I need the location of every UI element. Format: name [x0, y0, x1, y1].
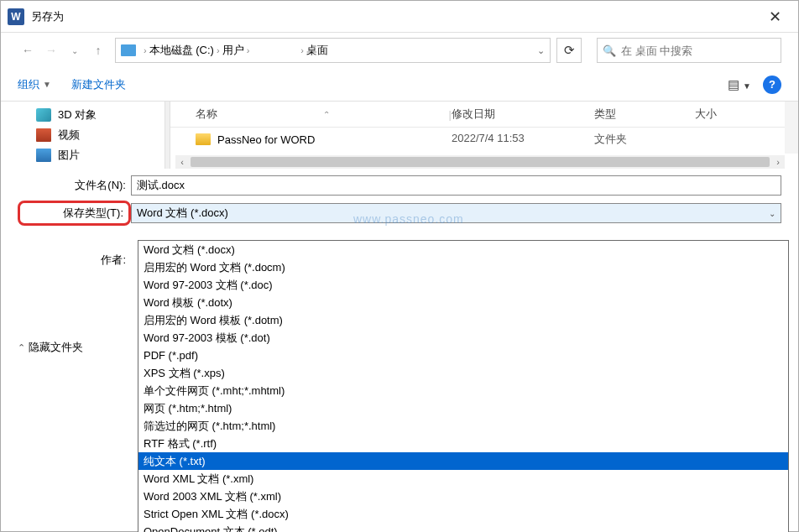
pictures-icon [36, 149, 51, 162]
savetype-option[interactable]: 单个文件网页 (*.mht;*.mhtml) [138, 382, 788, 399]
savetype-option[interactable]: 网页 (*.htm;*.html) [138, 399, 788, 417]
file-type: 文件夹 [594, 132, 695, 147]
sidebar-item-pictures[interactable]: 图片 [1, 145, 164, 165]
savetype-option[interactable]: Word 97-2003 文档 (*.doc) [138, 276, 788, 294]
savetype-option[interactable]: 筛选过的网页 (*.htm;*.html) [138, 417, 788, 435]
author-label: 作者: [18, 253, 131, 268]
savetype-option[interactable]: 启用宏的 Word 文档 (*.docm) [138, 258, 788, 276]
scroll-right-icon[interactable]: › [771, 157, 785, 167]
column-header-size[interactable]: 大小 [695, 107, 762, 122]
video-icon [36, 128, 51, 142]
savetype-option[interactable]: PDF (*.pdf) [138, 347, 788, 364]
back-button[interactable]: ← [18, 40, 38, 60]
view-options-button[interactable]: ▤ ▼ [728, 77, 751, 92]
refresh-button[interactable]: ⟳ [556, 38, 582, 63]
file-name: PassNeo for WORD [217, 133, 315, 146]
savetype-option[interactable]: RTF 格式 (*.rtf) [138, 435, 788, 452]
chevron-right-icon: › [300, 45, 304, 55]
table-row[interactable]: PassNeo for WORD 2022/7/4 11:53 文件夹 [170, 128, 798, 151]
savetype-value: Word 文档 (*.docx) [137, 206, 228, 221]
3d-objects-icon [36, 108, 51, 122]
search-icon: 🔍 [603, 44, 616, 57]
scroll-thumb[interactable] [191, 157, 770, 167]
scroll-left-icon[interactable]: ‹ [175, 157, 189, 167]
sidebar-item-label: 图片 [58, 148, 80, 163]
chevron-down-icon: ▼ [43, 80, 51, 89]
search-box[interactable]: 🔍 [597, 38, 781, 63]
breadcrumb[interactable]: › 本地磁盘 (C:) › 用户 › › 桌面 ⌄ [115, 38, 551, 63]
chevron-up-icon: ⌃ [18, 342, 25, 353]
savetype-option[interactable]: Word 2003 XML 文档 (*.xml) [138, 488, 788, 505]
savetype-select[interactable]: Word 文档 (*.docx) ⌄ [131, 203, 781, 223]
column-header-type[interactable]: 类型 [594, 107, 695, 122]
newfolder-button[interactable]: 新建文件夹 [71, 77, 126, 92]
newfolder-label: 新建文件夹 [71, 77, 126, 92]
breadcrumb-seg[interactable]: 用户 [222, 43, 244, 58]
savetype-option[interactable]: 启用宏的 Word 模板 (*.dotm) [138, 311, 788, 329]
sidebar: 3D 对象 视频 图片 [1, 102, 164, 169]
folder-icon [196, 133, 211, 145]
savetype-option[interactable]: OpenDocument 文本 (*.odt) [138, 523, 788, 532]
hide-folders-label: 隐藏文件夹 [29, 340, 83, 355]
organize-label: 组织 [18, 77, 39, 92]
sidebar-item-label: 3D 对象 [58, 107, 97, 123]
splitter[interactable] [164, 102, 170, 169]
file-date: 2022/7/4 11:53 [452, 132, 594, 147]
forward-button[interactable]: → [41, 40, 61, 60]
sidebar-item-label: 视频 [58, 128, 80, 143]
savetype-dropdown: Word 文档 (*.docx)启用宏的 Word 文档 (*.docm)Wor… [138, 240, 789, 532]
window-title: 另存为 [31, 9, 64, 24]
file-list: 名称 ⌃ | 修改日期 类型 大小 PassNeo for WORD 2022/… [170, 102, 798, 169]
filename-input[interactable] [131, 175, 781, 196]
horizontal-scrollbar[interactable]: ‹ › [175, 155, 785, 169]
search-input[interactable] [621, 44, 776, 57]
help-icon[interactable]: ? [763, 76, 781, 94]
column-header-date[interactable]: 修改日期 [452, 107, 594, 122]
sidebar-item-3dobjects[interactable]: 3D 对象 [1, 105, 164, 125]
savetype-option[interactable]: 纯文本 (*.txt) [138, 452, 788, 470]
chevron-right-icon: › [247, 45, 250, 55]
filename-label: 文件名(N): [18, 178, 131, 193]
column-header-name[interactable]: 名称 ⌃ | [170, 107, 452, 122]
recent-dropdown[interactable]: ⌄ [65, 40, 85, 60]
savetype-option[interactable]: Word 模板 (*.dotx) [138, 294, 788, 311]
savetype-option[interactable]: Strict Open XML 文档 (*.docx) [138, 505, 788, 523]
savetype-label: 保存类型(T): [18, 201, 131, 226]
chevron-right-icon: › [144, 45, 147, 55]
savetype-option[interactable]: Word 文档 (*.docx) [138, 241, 788, 258]
chevron-down-icon: ⌄ [769, 209, 776, 218]
app-icon: W [8, 8, 24, 25]
breadcrumb-seg[interactable]: 本地磁盘 (C:) [149, 43, 214, 58]
savetype-option[interactable]: Word 97-2003 模板 (*.dot) [138, 329, 788, 347]
organize-button[interactable]: 组织 ▼ [18, 77, 51, 92]
up-button[interactable]: ↑ [88, 40, 108, 60]
vertical-scrollbar[interactable] [785, 102, 798, 154]
savetype-option[interactable]: XPS 文档 (*.xps) [138, 364, 788, 382]
sort-asc-icon: ⌃ [323, 110, 330, 119]
chevron-down-icon[interactable]: ⌄ [537, 45, 545, 56]
sidebar-item-videos[interactable]: 视频 [1, 125, 164, 145]
close-icon[interactable]: ✕ [758, 8, 791, 26]
hide-folders-button[interactable]: ⌃ 隐藏文件夹 [18, 340, 83, 355]
savetype-option[interactable]: Word XML 文档 (*.xml) [138, 470, 788, 488]
drive-icon [121, 44, 136, 56]
chevron-right-icon: › [217, 45, 220, 55]
breadcrumb-seg[interactable]: 桌面 [306, 43, 328, 58]
